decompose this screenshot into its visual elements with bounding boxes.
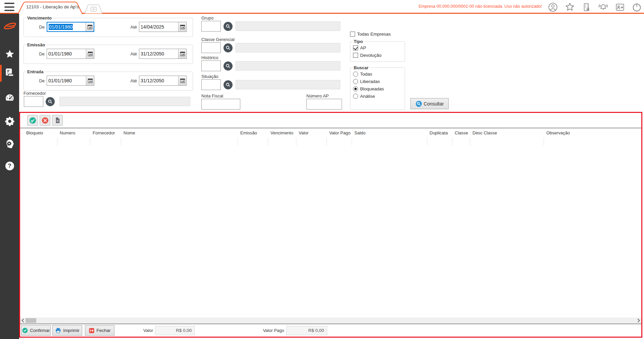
sidebar-item-settings[interactable]: [0, 116, 19, 126]
column-filter-cell[interactable]: [57, 137, 90, 145]
select-all-button[interactable]: [27, 115, 38, 126]
numero-ap-label: Número AP: [306, 93, 329, 98]
buscar-liberadas-radio[interactable]: Liberadas: [353, 79, 402, 84]
export-document-button[interactable]: [52, 115, 63, 126]
calendar-icon[interactable]: 15: [178, 22, 186, 32]
entrada-ate-value: 31/12/2050: [139, 76, 178, 85]
confirmar-label: Confirmar: [30, 328, 50, 333]
historico-search-icon[interactable]: [224, 61, 233, 71]
document-icon: [54, 117, 61, 124]
emissao-ate-input[interactable]: 31/12/2050 15: [139, 49, 187, 59]
column-header[interactable]: Duplicata: [427, 130, 452, 135]
column-filter-cell[interactable]: [90, 137, 121, 145]
tab-close-icon[interactable]: [71, 5, 75, 9]
column-header[interactable]: Classe: [452, 130, 470, 135]
favorites-star-icon[interactable]: [564, 2, 575, 12]
fornecedor-code-input[interactable]: [24, 96, 43, 107]
grid-empty-body[interactable]: [20, 146, 641, 317]
column-header[interactable]: Emissão: [238, 130, 268, 135]
grupo-code-input[interactable]: [201, 21, 221, 32]
check-circle-icon: [29, 117, 37, 124]
column-filter-cell[interactable]: [470, 137, 544, 145]
column-filter-cell[interactable]: [544, 137, 640, 145]
column-filter-cell[interactable]: [23, 137, 57, 145]
buscar-todas-label: Todas: [360, 72, 372, 77]
user-profile-icon[interactable]: [548, 2, 558, 12]
deselect-all-button[interactable]: [40, 115, 50, 126]
sidebar-item-assistant[interactable]: [0, 139, 19, 149]
buscar-analise-label: Análise: [360, 94, 375, 99]
column-filter-cell[interactable]: [327, 137, 352, 145]
calendar-icon[interactable]: 15: [86, 49, 94, 58]
calendar-icon[interactable]: 15: [178, 76, 186, 85]
svg-text:15: 15: [181, 53, 184, 56]
buscar-liberadas-label: Liberadas: [360, 79, 380, 84]
column-filter-cell[interactable]: [452, 137, 470, 145]
tab-liberacao-de-aps[interactable]: 12103 - Liberação de Ap's: [17, 1, 83, 14]
app-logo[interactable]: [0, 21, 19, 31]
sidebar-item-dashboard[interactable]: [0, 93, 19, 103]
column-header[interactable]: Vencimento: [268, 130, 296, 135]
column-filter-cell[interactable]: [238, 137, 268, 145]
company-building-icon[interactable]: [581, 2, 592, 12]
emissao-de-input[interactable]: 01/01/1980 15: [47, 49, 94, 59]
classe-gerencial-search-icon[interactable]: [224, 43, 233, 52]
entrada-ate-input[interactable]: 31/12/2050 15: [139, 76, 187, 86]
fornecedor-search-icon[interactable]: [46, 97, 55, 106]
tipo-ap-checkbox[interactable]: AP: [353, 45, 402, 50]
situacao-code-input[interactable]: [201, 79, 221, 90]
classe-gerencial-code-input[interactable]: [201, 42, 221, 53]
fechar-button[interactable]: Fechar: [85, 325, 114, 336]
column-header[interactable]: Saldo: [352, 130, 427, 135]
scrollbar-thumb[interactable]: [26, 318, 36, 323]
numero-ap-input[interactable]: [306, 99, 342, 110]
horizontal-scrollbar[interactable]: [20, 317, 641, 324]
column-header[interactable]: Nome: [121, 130, 238, 135]
vencimento-de-label: De: [24, 25, 45, 30]
calendar-icon[interactable]: 15: [86, 76, 94, 85]
hamburger-menu-icon[interactable]: [4, 3, 14, 11]
column-filter-cell[interactable]: [427, 137, 452, 145]
nota-fiscal-input[interactable]: [201, 99, 240, 110]
consultar-button[interactable]: Consultar: [410, 98, 449, 109]
column-header[interactable]: Observação: [544, 130, 640, 135]
buscar-analise-radio[interactable]: Análise: [353, 94, 402, 99]
column-filter-cell[interactable]: [121, 137, 238, 145]
power-logoff-icon[interactable]: [632, 2, 642, 12]
vencimento-group: Vencimento De 01/01/1980 15 Até 14/04/20…: [23, 15, 193, 37]
imprimir-button[interactable]: Imprimir: [52, 325, 82, 336]
column-header[interactable]: Desc Classe: [470, 130, 544, 135]
column-filter-cell[interactable]: [268, 137, 296, 145]
scroll-right-icon[interactable]: [636, 317, 641, 324]
column-header[interactable]: Valor: [296, 130, 327, 135]
entrada-de-input[interactable]: 01/01/1980 15: [47, 76, 94, 86]
column-header[interactable]: Valor Pago: [327, 130, 352, 135]
situacao-search-icon[interactable]: [224, 80, 233, 89]
column-filter-cell[interactable]: [352, 137, 427, 145]
switch-user-icon[interactable]: [615, 2, 625, 12]
sidebar-item-help[interactable]: ?: [0, 162, 19, 170]
confirmar-button[interactable]: Confirmar: [21, 325, 51, 336]
calendar-icon[interactable]: 15: [178, 49, 186, 58]
vencimento-ate-input[interactable]: 14/04/2025 15: [139, 22, 187, 32]
buscar-bloqueadas-radio[interactable]: Bloqueadas: [353, 86, 402, 91]
historico-code-input[interactable]: [201, 60, 221, 71]
column-header[interactable]: Numero: [57, 130, 90, 135]
column-header[interactable]: Fornecedor: [90, 130, 121, 135]
radio-icon: [353, 94, 358, 99]
grupo-search-icon[interactable]: [224, 22, 233, 31]
sidebar-item-favorites[interactable]: [0, 49, 19, 59]
tab-title: 12103 - Liberação de Ap's: [26, 1, 79, 13]
buscar-todas-radio[interactable]: Todas: [353, 72, 402, 77]
todas-empresas-checkbox[interactable]: Todas Empresas: [350, 32, 391, 37]
column-header[interactable]: Bloqueio: [23, 130, 57, 135]
scroll-left-icon[interactable]: [20, 317, 26, 324]
vencimento-de-input[interactable]: 01/01/1980 15: [47, 22, 94, 32]
sidebar-item-registrations[interactable]: [0, 68, 19, 78]
new-tab-button[interactable]: [85, 4, 103, 14]
radio-icon: [353, 79, 358, 84]
calendar-icon[interactable]: 15: [86, 23, 94, 31]
tipo-devolucao-checkbox[interactable]: Devolução: [353, 53, 402, 58]
notifications-bell-icon[interactable]: [598, 2, 608, 12]
column-filter-cell[interactable]: [296, 137, 327, 145]
